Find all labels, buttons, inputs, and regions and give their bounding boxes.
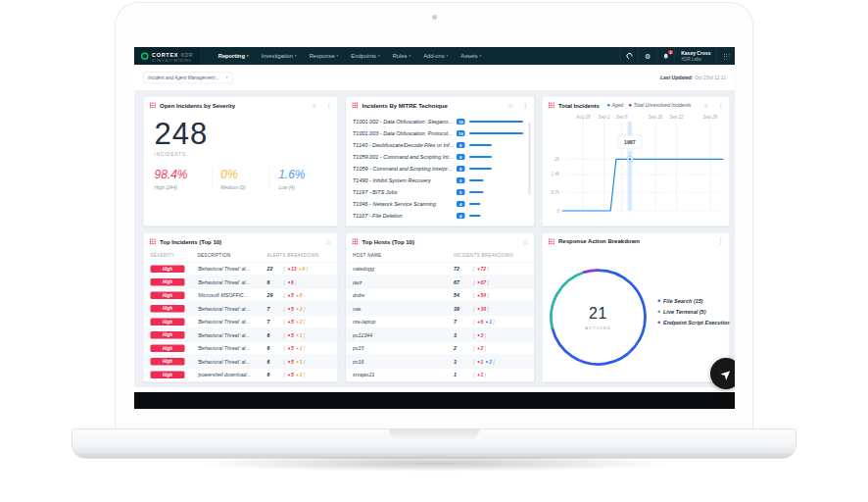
dashboard-widget-icon [549, 238, 555, 245]
bell-icon[interactable]: 5 [657, 47, 675, 65]
bracket: ] [486, 279, 489, 285]
table-row[interactable]: High'Behavioral Threat' al...7[52 ] [144, 316, 338, 329]
dashboard-select[interactable]: Incident and Agent Management ... ▾ [143, 72, 233, 83]
table-row[interactable]: pc163[12 ] [346, 355, 534, 369]
nav-item-reporting[interactable]: Reporting▾ [212, 47, 255, 65]
kebab-menu-icon[interactable]: ⋮ [718, 238, 724, 245]
incident-count: 7 [454, 319, 473, 325]
scrollbar[interactable] [529, 123, 531, 195]
table-row[interactable]: pc152[2 ] [346, 342, 534, 356]
breakdown-dot [297, 334, 299, 336]
breakdown-dot [486, 321, 488, 323]
total-incidents-line-chart[interactable]: Aug 28Sep 2Sep 8Sep 16Sep 22Sep 2900.7k1… [546, 113, 726, 220]
kebab-menu-icon[interactable]: ⋮ [522, 102, 528, 109]
breakdown-dot [477, 374, 479, 376]
mitre-row[interactable]: T1001.002 - Data Obfuscation: Stegano...… [353, 116, 527, 127]
description-cell: 'powershell download... [198, 372, 267, 377]
table-row[interactable]: High'Behavioral Threat' al...6[51 ] [144, 355, 338, 369]
apps-grid-icon[interactable] [717, 47, 735, 65]
table-row[interactable]: rza-laptop7[61 ] [346, 316, 534, 329]
table-row[interactable]: High'Behavioral Threat' al...22[139 ] [144, 263, 338, 276]
star-icon[interactable]: ☆ [703, 102, 709, 110]
bracket: ] [483, 345, 486, 351]
severity-cell: High [151, 291, 198, 299]
star-icon[interactable]: ☆ [507, 102, 513, 110]
alert-count: 6 [267, 332, 284, 338]
bracket: ] [486, 292, 489, 298]
bar [469, 121, 523, 123]
hosts-table-body: natedogg72[72 ]jayz67[67 ]drdre54[54 ]na… [346, 263, 534, 382]
incidents-breakdown: [1 ] [473, 372, 527, 377]
table-row[interactable]: High'Behavioral Threat' al...6[51 ] [144, 328, 338, 342]
table-row[interactable]: High'Microsoft MSOFFIC...29[58... [144, 289, 338, 303]
card-title: Open Incidents by Severity [160, 102, 235, 109]
last-updated-label: Last Updated: [660, 75, 693, 80]
incidents-breakdown: [3 ] [473, 332, 527, 338]
kebab-menu-icon[interactable]: ⋮ [718, 102, 724, 109]
table-row[interactable]: srvajax211[1 ] [346, 369, 534, 382]
mitre-row[interactable]: T1059.001 - Command and Scripting Int...… [353, 151, 527, 163]
nav-item-assets[interactable]: Assets▾ [455, 47, 488, 65]
severity-badge: High [151, 318, 185, 326]
table-row[interactable]: High'powershell download...6[51 ] [144, 369, 338, 382]
user-menu[interactable]: Kasey Cross XDR Labs [675, 50, 716, 61]
breakdown-dot [297, 374, 299, 376]
table-row[interactable]: High'Behavioral Threat' al...6[6 ] [144, 276, 338, 289]
mitre-row[interactable]: T1046 - Network Service Scanning4 [353, 198, 527, 210]
description-cell: 'Behavioral Threat' al... [198, 319, 267, 325]
chat-fab-button[interactable]: ➤ [710, 358, 735, 389]
nav-item-add-ons[interactable]: Add-ons▾ [417, 47, 455, 65]
mitre-row[interactable]: T1140 - Deobfuscate/Decode Files or Inf.… [353, 139, 527, 151]
star-icon[interactable]: ☆ [522, 238, 528, 246]
headset-icon[interactable] [621, 47, 639, 65]
table-row[interactable]: natedogg72[72 ] [346, 263, 534, 276]
nav-item-endpoints[interactable]: Endpoints▾ [345, 47, 386, 65]
alerts-breakdown: [51 ] [284, 372, 331, 377]
bracket: [ [284, 292, 285, 298]
bar [469, 191, 484, 193]
nav-item-investigation[interactable]: Investigation▾ [255, 47, 303, 65]
severity-badge: High [151, 358, 185, 366]
incidents-breakdown: [61 ] [473, 319, 527, 325]
breakdown-dot [477, 347, 479, 349]
star-icon[interactable]: ☆ [312, 102, 317, 110]
bracket: [ [473, 279, 474, 285]
mitre-row[interactable]: T1107 - File Deletion4 [353, 210, 527, 222]
table-row[interactable]: nas39[39 ] [346, 302, 534, 316]
mitre-row[interactable]: T1001.003 - Data Obfuscation: Protocol..… [353, 127, 527, 139]
alerts-breakdown: [139 ] [284, 266, 331, 272]
host-name-cell: pc12344 [353, 332, 454, 338]
bracket: ] [302, 372, 305, 377]
mitre-technique-label: T1046 - Network Service Scanning [353, 201, 454, 207]
table-row[interactable]: drdre54[54 ] [346, 289, 534, 303]
mitre-row[interactable]: T1197 - BITS Jobs5 [353, 186, 527, 198]
star-icon[interactable]: ☆ [326, 238, 332, 246]
webcam-icon [432, 15, 437, 20]
severity-badge: High [151, 278, 185, 286]
gear-icon[interactable]: ⚙ [639, 47, 656, 65]
mitre-row[interactable]: T1059 - Command and Scripting Interpr...… [353, 163, 527, 175]
table-row[interactable]: pc123443[3 ] [346, 328, 534, 342]
bracket: [ [473, 359, 474, 365]
host-name-cell: pc16 [353, 359, 454, 365]
table-row[interactable]: jayz67[67 ] [346, 276, 534, 289]
table-row[interactable]: High'Behavioral Threat' al...6[51 ] [144, 342, 338, 356]
nav-item-response[interactable]: Response▾ [303, 47, 345, 65]
breakdown-dot [477, 268, 479, 270]
mitre-row[interactable]: T1490 - Inhibit System Recovery5 [353, 175, 527, 186]
svg-text:Sep 29: Sep 29 [703, 115, 718, 120]
bar-track [469, 203, 527, 205]
bracket: [ [473, 372, 474, 377]
kebab-menu-icon[interactable]: ⋮ [326, 102, 332, 109]
bracket: [ [284, 319, 285, 325]
donut-slice[interactable] [552, 273, 584, 327]
nav-item-rules[interactable]: Rules▾ [386, 47, 416, 65]
chevron-down-icon: ▾ [378, 54, 380, 58]
donut-slice[interactable] [584, 271, 598, 273]
bar-track [469, 215, 527, 217]
response-donut-chart[interactable] [547, 266, 651, 370]
brand-logo[interactable]: CORTEXXDR BY PALO ALTO NETWORKS [134, 47, 200, 65]
legend-dot [658, 321, 661, 324]
breakdown-dot [288, 321, 290, 323]
table-row[interactable]: High'Behavioral Threat' al...7[52 ] [144, 302, 338, 316]
